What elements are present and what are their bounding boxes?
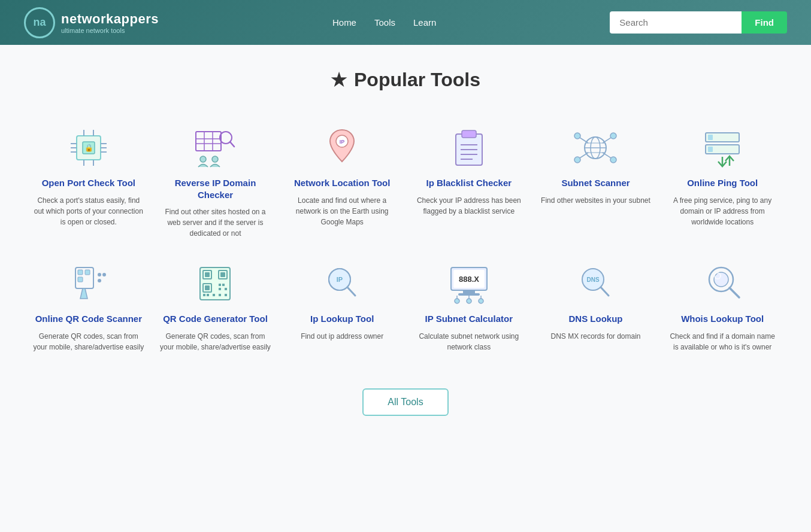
tool-card-dns-lookup[interactable]: DNS DNS Lookup DNS MX records for domain <box>535 257 656 358</box>
svg-point-21 <box>212 156 218 162</box>
reverse-ip-desc: Find out other sites hosted on a web ser… <box>160 206 271 239</box>
svg-rect-60 <box>220 272 225 277</box>
svg-rect-67 <box>203 294 205 296</box>
nav-tools[interactable]: Tools <box>374 17 395 28</box>
nav-home[interactable]: Home <box>332 17 356 28</box>
ip-subnet-desc: Calculate subnet network using network c… <box>413 331 525 352</box>
svg-point-32 <box>610 133 616 139</box>
svg-line-19 <box>230 142 234 147</box>
section-title: ★ Popular Tools <box>28 69 783 91</box>
svg-point-81 <box>455 299 459 303</box>
subnet-scanner-desc: Find other websites in your subnet <box>541 195 650 206</box>
open-port-icon: 🔒 <box>65 127 113 169</box>
tool-card-subnet-scanner[interactable]: Subnet Scanner Find other websites in yo… <box>535 121 656 245</box>
tool-card-open-port[interactable]: 🔒 Open Port Check Tool Check a port's st… <box>28 121 149 245</box>
svg-point-91 <box>714 272 728 287</box>
ip-blacklist-desc: Check your IP address has been flagged b… <box>413 195 525 217</box>
qr-scanner-icon <box>65 263 113 305</box>
tool-card-network-location[interactable]: IP Network Location Tool Locate and find… <box>282 121 403 245</box>
whois-lookup-desc: Check and find if a domain name is avail… <box>667 331 778 352</box>
qr-scanner-title: Online QR Code Scanner <box>35 313 142 325</box>
svg-point-34 <box>610 157 616 163</box>
all-tools-container: All Tools <box>28 388 783 416</box>
svg-text:888.X: 888.X <box>459 275 479 284</box>
site-header: na networkappers ultimate network tools … <box>0 0 811 45</box>
svg-point-54 <box>102 273 106 276</box>
ip-blacklist-icon <box>445 127 493 169</box>
tool-card-qr-scanner[interactable]: Online QR Code Scanner Generate QR codes… <box>28 257 149 358</box>
dns-lookup-desc: DNS MX records for domain <box>550 331 640 342</box>
ip-lookup-title: Ip Lookup Tool <box>310 313 374 325</box>
svg-rect-46 <box>708 147 713 152</box>
whois-lookup-icon <box>698 263 746 305</box>
svg-rect-25 <box>462 130 476 138</box>
svg-rect-69 <box>213 294 215 296</box>
online-ping-title: Online Ping Tool <box>687 177 758 189</box>
svg-rect-71 <box>225 294 227 296</box>
tool-card-reverse-ip[interactable]: Reverse IP Domain Checker Find out other… <box>155 121 276 245</box>
svg-rect-68 <box>207 294 209 296</box>
svg-rect-70 <box>219 294 221 296</box>
subnet-scanner-icon <box>571 127 619 169</box>
tool-card-ip-lookup[interactable]: IP Ip Lookup Tool Find out ip address ow… <box>282 257 403 358</box>
main-nav: Home Tools Learn <box>332 17 436 28</box>
svg-text:DNS: DNS <box>587 276 600 283</box>
svg-rect-52 <box>85 270 90 275</box>
dns-lookup-title: DNS Lookup <box>568 313 622 325</box>
network-location-desc: Locate and find out where a network is o… <box>286 195 398 227</box>
open-port-desc: Check a port's status easily, find out w… <box>33 195 144 227</box>
tools-grid-row1: 🔒 Open Port Check Tool Check a port's st… <box>28 121 783 358</box>
search-input[interactable] <box>610 11 742 34</box>
qr-generator-desc: Generate QR codes, scan from your mobile… <box>160 331 271 352</box>
svg-point-55 <box>98 279 101 282</box>
online-ping-icon <box>698 127 746 169</box>
svg-rect-64 <box>222 284 225 286</box>
svg-rect-65 <box>219 288 221 290</box>
svg-rect-66 <box>225 288 227 290</box>
dns-lookup-icon: DNS <box>571 263 619 305</box>
reverse-ip-icon <box>191 127 239 169</box>
main-content: ★ Popular Tools 🔒 <box>16 45 795 452</box>
qr-generator-icon <box>191 263 239 305</box>
online-ping-desc: A free ping service, ping to any domain … <box>667 195 778 227</box>
svg-rect-51 <box>78 277 83 282</box>
whois-lookup-title: Whois Lookup Tool <box>681 313 764 325</box>
ip-subnet-icon: 888.X <box>445 263 493 305</box>
tool-card-whois-lookup[interactable]: Whois Lookup Tool Check and find if a do… <box>662 257 783 358</box>
svg-rect-45 <box>708 135 713 140</box>
svg-point-33 <box>574 157 580 163</box>
svg-point-82 <box>467 299 471 303</box>
network-location-icon: IP <box>318 127 366 169</box>
logo-icon: na <box>24 7 55 38</box>
find-button[interactable]: Find <box>742 11 787 34</box>
svg-rect-50 <box>78 270 83 275</box>
tool-card-online-ping[interactable]: Online Ping Tool A free ping service, pi… <box>662 121 783 245</box>
tool-card-ip-subnet[interactable]: 888.X IP Subnet Calculator Calculate sub… <box>408 257 529 358</box>
open-port-title: Open Port Check Tool <box>42 177 135 189</box>
logo-text: networkappers ultimate network tools <box>61 11 159 34</box>
svg-rect-63 <box>219 284 221 286</box>
tool-card-ip-blacklist[interactable]: Ip Blacklist Checker Check your IP addre… <box>408 121 529 245</box>
svg-point-31 <box>574 133 580 139</box>
logo-name: networkappers <box>61 11 159 27</box>
ip-blacklist-title: Ip Blacklist Checker <box>426 177 512 189</box>
nav-learn[interactable]: Learn <box>413 17 436 28</box>
ip-lookup-icon: IP <box>318 263 366 305</box>
svg-point-83 <box>479 299 483 303</box>
ip-subnet-title: IP Subnet Calculator <box>425 313 513 325</box>
svg-line-89 <box>601 287 609 296</box>
svg-line-92 <box>730 288 739 297</box>
logo-area[interactable]: na networkappers ultimate network tools <box>24 7 159 38</box>
subnet-scanner-title: Subnet Scanner <box>561 177 630 189</box>
svg-point-20 <box>200 156 206 162</box>
qr-generator-title: QR Code Generator Tool <box>163 313 268 325</box>
svg-point-53 <box>98 273 101 276</box>
logo-tagline: ultimate network tools <box>61 27 159 34</box>
all-tools-button[interactable]: All Tools <box>362 388 448 416</box>
tool-card-qr-generator[interactable]: QR Code Generator Tool Generate QR codes… <box>155 257 276 358</box>
svg-rect-80 <box>458 293 480 296</box>
svg-text:IP: IP <box>337 276 343 283</box>
svg-text:🔒: 🔒 <box>84 143 93 152</box>
star-icon: ★ <box>331 69 347 90</box>
search-area: Find <box>610 11 787 34</box>
